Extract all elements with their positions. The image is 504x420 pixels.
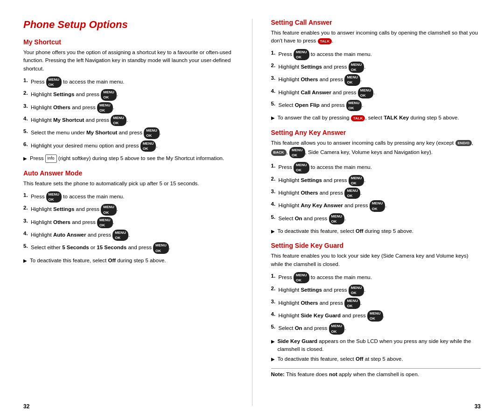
steps-auto-answer: 1.Press MENUOK to access the main menu. … <box>23 191 233 254</box>
page-number-right: 33 <box>475 403 481 410</box>
step-item: 3.Highlight Others and press MENUOK. <box>271 298 481 309</box>
menu-ok-icon: MENUOK <box>329 213 345 224</box>
talk-icon: TALK <box>351 115 365 121</box>
menu-ok-icon: MENUOK <box>344 298 360 309</box>
menu-ok-icon: MENUOK <box>294 162 309 173</box>
step-item: 1.Press MENUOK to access the main menu. <box>271 49 481 60</box>
section-title-my-shortcut: My Shortcut <box>23 38 233 46</box>
menu-ok-icon: MENUOK <box>346 100 362 111</box>
menu-ok-icon: MENUOK <box>344 74 360 85</box>
step-item: 4.Highlight Auto Answer and press MENUOK… <box>23 230 233 241</box>
bottom-note-side-key-guard: Note: This feature does not apply when t… <box>271 368 481 377</box>
section-my-shortcut: My Shortcut Your phone offers you the op… <box>23 38 233 165</box>
note-call-answer: To answer the call by pressing TALK, sel… <box>271 114 481 122</box>
menu-ok-icon: MENUOK <box>46 191 62 203</box>
menu-ok-icon: MENUOK <box>349 62 364 73</box>
menu-ok-icon: MENUOK <box>349 285 364 296</box>
talk-icon: TALK <box>318 38 332 44</box>
right-column: Setting Call Answer This feature enables… <box>271 19 481 406</box>
step-item: 1.Press MENUOK to access the main menu. <box>271 162 481 173</box>
column-divider <box>252 19 252 406</box>
section-intro-call-answer: This feature enables you to answer incom… <box>271 29 481 45</box>
menu-ok-icon: MENUOK <box>329 323 345 334</box>
menu-ok-icon: MENUOK <box>111 115 126 126</box>
step-item: 2.Highlight Settings and press MENUOK. <box>23 204 233 215</box>
note-any-key-answer: To deactivate this feature, select Off d… <box>271 227 481 235</box>
step-item: 5.Select On and press MENUOK. <box>271 323 481 334</box>
step-item: 4.Highlight Side Key Guard and press MEN… <box>271 310 481 322</box>
menu-ok-icon: MENUOK <box>344 188 360 199</box>
step-item: 5.Select Open Flip and press MENUOK. <box>271 100 481 111</box>
step-item: 3.Highlight Others and press MENUOK. <box>271 188 481 199</box>
menu-ok-icon: MENUOK <box>97 217 113 228</box>
step-item: 6.Highlight your desired menu option and… <box>23 140 233 152</box>
menu-ok-icon: MENUOK <box>101 89 117 100</box>
steps-call-answer: 1.Press MENUOK to access the main menu. … <box>271 49 481 112</box>
menu-ok-icon: MENUOK <box>112 230 128 241</box>
menu-ok-icon: MENUOK <box>153 242 169 253</box>
page-title: Phone Setup Options <box>23 19 233 31</box>
note-auto-answer: To deactivate this feature, select Off d… <box>23 257 233 265</box>
section-intro-any-key-answer: This feature allows you to answer incomi… <box>271 139 481 159</box>
page-number-left: 32 <box>23 403 29 410</box>
section-intro-auto-answer: This feature sets the phone to automatic… <box>23 180 233 188</box>
section-intro-my-shortcut: Your phone offers you the option of assi… <box>23 49 233 73</box>
menu-ok-icon: MENUOK <box>367 310 383 322</box>
menu-ok-icon: MENUOK <box>97 102 113 113</box>
step-item: 2.Highlight Settings and press MENUOK. <box>271 62 481 73</box>
left-column: Phone Setup Options My Shortcut Your pho… <box>23 19 233 406</box>
section-title-call-answer: Setting Call Answer <box>271 19 481 26</box>
menu-ok-icon: MENUOK <box>294 49 309 60</box>
section-call-answer: Setting Call Answer This feature enables… <box>271 19 481 124</box>
step-item: 3.Highlight Others and press MENUOK. <box>271 74 481 85</box>
steps-side-key-guard: 1.Press MENUOK to access the main menu. … <box>271 272 481 335</box>
section-auto-answer: Auto Answer Mode This feature sets the p… <box>23 169 233 266</box>
menu-ok-icon: MENUOK <box>349 175 364 186</box>
step-item: 5.Select either 5 Seconds or 15 Seconds … <box>23 242 233 253</box>
step-item: 1.Press MENUOK to access the main menu. <box>23 191 233 203</box>
menu-ok-icon: MENUOK <box>101 204 117 215</box>
step-item: 4.Highlight Any Key Answer and press MEN… <box>271 200 481 211</box>
note-side-key-guard-2: To deactivate this feature, select Off a… <box>271 355 481 363</box>
menu-ok-icon: MENUOK <box>46 77 62 88</box>
step-item: 4.Highlight Call Answer and press MENUOK… <box>271 87 481 98</box>
note-my-shortcut: Press Info (right softkey) during step 5… <box>23 154 233 163</box>
step-item: 2.Highlight Settings and press MENUOK. <box>23 89 233 100</box>
section-title-auto-answer: Auto Answer Mode <box>23 169 233 177</box>
back-icon: BACK <box>271 149 287 155</box>
menu-ok-icon: MENUOK <box>294 272 309 283</box>
section-title-side-key-guard: Setting Side Key Guard <box>271 242 481 249</box>
menu-ok-icon: MENUOK <box>144 127 160 139</box>
end-icon: END/O <box>455 140 472 146</box>
step-item: 1.Press MENUOK to access the main menu. <box>271 272 481 283</box>
menu-ok-icon: MENUOK <box>289 147 305 158</box>
step-item: 2.Highlight Settings and press MENUOK. <box>271 285 481 296</box>
step-item: 4.Highlight My Shortcut and press MENUOK… <box>23 115 233 126</box>
menu-ok-icon: MENUOK <box>370 200 385 211</box>
section-intro-side-key-guard: This feature enables you to lock your si… <box>271 252 481 268</box>
menu-ok-icon: MENUOK <box>140 140 156 152</box>
note-side-key-guard-1: Side Key Guard appears on the Sub LCD wh… <box>271 337 481 354</box>
step-item: 3.Highlight Others and press MENUOK. <box>23 217 233 228</box>
info-button-icon: Info <box>45 154 57 163</box>
section-any-key-answer: Setting Any Key Answer This feature allo… <box>271 129 481 238</box>
section-side-key-guard: Setting Side Key Guard This feature enab… <box>271 242 481 377</box>
step-item: 5.Select On and press MENUOK. <box>271 213 481 224</box>
menu-ok-icon: MENUOK <box>358 87 374 98</box>
step-item: 2.Highlight Settings and press MENUOK. <box>271 175 481 186</box>
step-item: 1.Press MENUOK to access the main menu. <box>23 77 233 88</box>
step-item: 5.Select the menu under My Shortcut and … <box>23 127 233 139</box>
steps-any-key-answer: 1.Press MENUOK to access the main menu. … <box>271 162 481 224</box>
section-title-any-key-answer: Setting Any Key Answer <box>271 129 481 136</box>
steps-my-shortcut: 1.Press MENUOK to access the main menu. … <box>23 77 233 152</box>
step-item: 3.Highlight Others and press MENUOK. <box>23 102 233 113</box>
